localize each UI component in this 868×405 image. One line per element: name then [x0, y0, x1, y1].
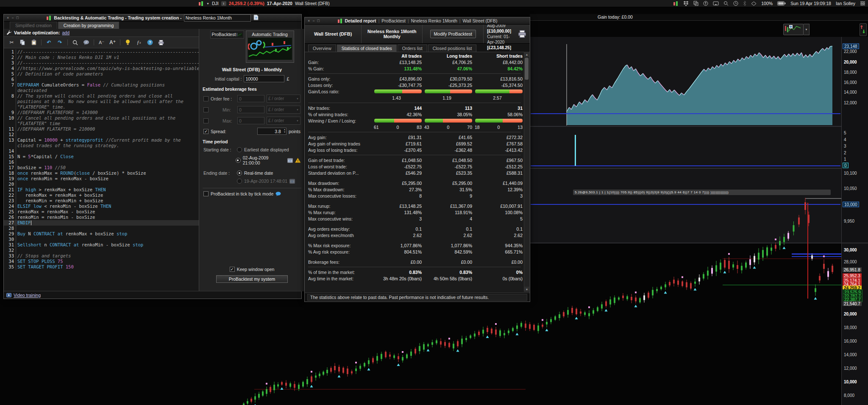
code-line[interactable]: 29Buy N CONTRACT at renkoMax + boxSize s…: [4, 231, 199, 237]
code-line[interactable]: "FLATBEFORE" time.: [4, 104, 199, 110]
trading-app-status-icon[interactable]: [673, 1, 679, 6]
fee-input[interactable]: [237, 106, 264, 113]
report-tab-overview[interactable]: Overview: [308, 45, 336, 52]
code-line[interactable]: "FLATAFTER" time: [4, 121, 199, 126]
tab-creation-by-programming[interactable]: Creation by programming: [58, 22, 119, 29]
code-line[interactable]: closed trades of the running strategy.: [4, 143, 199, 148]
font-smaller-icon[interactable]: A⁻: [98, 39, 105, 46]
ticker-symbol[interactable]: DJI: [212, 1, 219, 6]
start-date-radio[interactable]: [236, 158, 241, 163]
code-editor[interactable]: 1//-------------------------------------…: [4, 48, 199, 291]
report-tab-orders-list[interactable]: Orders list: [398, 45, 427, 52]
code-line[interactable]: 5// Definition of code parameters: [4, 71, 199, 77]
code-line[interactable]: 14: [4, 148, 199, 154]
spread-input[interactable]: [257, 128, 287, 135]
code-line[interactable]: 18once renkoMax = ROUND(close / boxSize)…: [4, 170, 199, 176]
code-line[interactable]: 2// Main code : Nneless Renko DJI 1M v1: [4, 55, 199, 60]
paste-icon[interactable]: [30, 39, 37, 46]
scroll-up-arrow[interactable]: ▲: [524, 52, 529, 57]
menubar-ticker-group[interactable]: ▼ DJI i 24,259.2 (-0.39%) 17-Apr-2020 Wa…: [198, 0, 330, 7]
function-icon[interactable]: ƒx: [135, 39, 142, 46]
print-icon[interactable]: [157, 39, 164, 46]
automatic-trading-image-tab[interactable]: Automatic Trading: [246, 31, 294, 63]
code-line[interactable]: 32: [4, 248, 199, 253]
wifi-icon[interactable]: [751, 1, 757, 6]
undo-icon[interactable]: ↶: [45, 39, 53, 46]
code-line[interactable]: 20: [4, 182, 199, 187]
fee-unit-select[interactable]: £ / order▼: [267, 117, 300, 125]
code-line[interactable]: 19once renkoMin = renkoMax - boxSize: [4, 176, 199, 182]
earliest-date-radio[interactable]: [237, 147, 242, 152]
end-date-radio[interactable]: [237, 179, 242, 184]
code-line[interactable]: 25renkoMax = renkoMax - boxSize: [4, 209, 199, 215]
search-code-icon[interactable]: [72, 39, 79, 46]
realtime-date-radio[interactable]: [237, 170, 242, 176]
code-line[interactable]: 35SET TARGET PROFIT 150: [4, 264, 199, 270]
fee-unit-select[interactable]: £ / order▼: [267, 106, 300, 114]
code-line[interactable]: 8// The system will cancel all pending o…: [4, 93, 199, 99]
fee-checkbox[interactable]: [203, 96, 209, 101]
code-line[interactable]: 23 renkoMin = renkoMin + boxSize: [4, 198, 199, 204]
code-line[interactable]: 16: [4, 159, 199, 165]
video-training-link[interactable]: Video training: [14, 293, 41, 298]
cut-icon[interactable]: ✂: [8, 39, 15, 46]
code-line[interactable]: 28: [4, 226, 199, 231]
fee-checkbox[interactable]: [203, 118, 209, 123]
end-calendar-icon[interactable]: [289, 179, 295, 184]
scrollbar-thumb[interactable]: [525, 58, 529, 80]
time-machine-icon[interactable]: [733, 1, 738, 6]
code-line[interactable]: 13Capital = 10000 + strategyprofit //Cur…: [4, 137, 199, 143]
spread-stepper[interactable]: ▲▼: [284, 128, 286, 133]
code-line[interactable]: 22 renkoMax = renkoMax + boxSize: [4, 193, 199, 198]
dropbox-icon[interactable]: [683, 1, 689, 6]
run-probacktest-button[interactable]: ProBacktest my system: [216, 275, 288, 283]
code-line[interactable]: 30: [4, 237, 199, 242]
code-line[interactable]: 10// Cancel all pending orders and close…: [4, 115, 199, 121]
bluetooth-icon[interactable]: [743, 1, 746, 6]
font-bigger-icon[interactable]: A⁺: [109, 39, 116, 46]
code-line[interactable]: 21IF high > renkoMax + boxSize THEN: [4, 187, 199, 193]
code-line[interactable]: 31Sellshort n CONTRACT at renkoMin - box…: [4, 242, 199, 248]
report-tab-statistics-of-closed-trades[interactable]: Statistics of closed trades: [337, 45, 397, 52]
tick-mode-checkbox[interactable]: [203, 191, 209, 196]
report-tab-closed-positions-list[interactable]: Closed positions list: [428, 45, 477, 52]
probacktest-image-tab[interactable]: ProBacktest: [210, 31, 244, 39]
redo-icon[interactable]: ↷: [56, 39, 64, 46]
window1-titlebar[interactable]: × − □ Backtesting & Automatic Trading - …: [4, 14, 301, 22]
code-line[interactable]: 6: [4, 77, 199, 82]
code-line[interactable]: 4//https://www.prorealcode.com/topic/why…: [4, 66, 199, 71]
copy-icon[interactable]: [19, 39, 26, 46]
lightbulb-icon[interactable]: [124, 39, 131, 46]
code-line[interactable]: 33// Stops and targets: [4, 253, 199, 259]
code-line[interactable]: 15N = 5*Capital / Close: [4, 154, 199, 159]
code-line[interactable]: 24ELSIF low < renkoMin - boxSize THEN: [4, 204, 199, 209]
ticker-dropdown-arrow[interactable]: ▼: [206, 2, 209, 5]
display-icon[interactable]: [713, 1, 719, 6]
code-line[interactable]: 9//DEFPARAM FLATBEFORE = 143000: [4, 110, 199, 115]
control-center-icon[interactable]: [860, 1, 865, 6]
info-icon[interactable]: i: [221, 1, 226, 6]
report-scrollbar[interactable]: ▲ ▼: [524, 52, 529, 292]
code-line[interactable]: positions at 0:00. No new ones will be a…: [4, 99, 199, 104]
variable-optimization-add-link[interactable]: add: [62, 30, 70, 35]
code-line[interactable]: 12: [4, 132, 199, 137]
code-line[interactable]: 3//-------------------------------------…: [4, 60, 199, 66]
fee-input[interactable]: [237, 117, 264, 124]
initial-capital-input[interactable]: [244, 75, 284, 82]
code-line[interactable]: 11//DEFPARAM FLATAFTER = 210000: [4, 126, 199, 132]
help-doc-icon[interactable]: ?: [253, 14, 259, 21]
code-line[interactable]: 26renkoMin = renkoMin - boxSize: [4, 215, 199, 220]
fee-input[interactable]: [237, 95, 264, 102]
upload-circle-icon[interactable]: [703, 1, 708, 6]
start-calendar-icon[interactable]: [287, 158, 293, 163]
fee-checkbox[interactable]: [203, 107, 209, 112]
code-line[interactable]: deactivated: [4, 88, 199, 93]
tab-simplified-creation[interactable]: Simplified creation: [10, 22, 57, 29]
code-line[interactable]: 17boxSize = 110 //50: [4, 165, 199, 170]
keep-window-open-checkbox[interactable]: ✓: [230, 267, 235, 272]
comment-icon[interactable]: //: [83, 39, 90, 46]
code-line[interactable]: 34SET STOP PLOSS 75: [4, 259, 199, 264]
code-line[interactable]: 27ENDIF: [4, 220, 199, 226]
code-line[interactable]: 7DEFPARAM CumulateOrders = False // Cumu…: [4, 82, 199, 88]
windows-overlap-icon[interactable]: [693, 1, 698, 6]
